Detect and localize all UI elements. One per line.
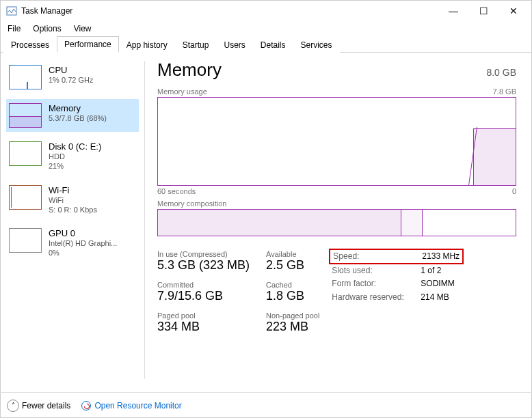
menubar: File Options View bbox=[1, 21, 531, 36]
disk-type: HDD bbox=[49, 152, 101, 161]
chevron-up-icon: ˄ bbox=[7, 400, 19, 412]
cached-label: Cached bbox=[266, 281, 319, 289]
disk-name: Disk 0 (C: E:) bbox=[49, 141, 101, 152]
usage-graph-max: 7.8 GB bbox=[493, 87, 516, 96]
sidebar-item-wifi[interactable]: Wi-Fi WiFi S: 0 R: 0 Kbps bbox=[6, 181, 139, 219]
nonpaged-value: 223 MB bbox=[266, 320, 319, 334]
tab-performance[interactable]: Performance bbox=[57, 36, 119, 53]
open-resource-monitor-link[interactable]: Open Resource Monitor bbox=[81, 401, 181, 410]
memory-usage-graph bbox=[157, 97, 516, 186]
titlebar: Task Manager — ☐ ✕ bbox=[1, 1, 531, 21]
cpu-name: CPU bbox=[49, 65, 93, 75]
gpu-thumb-icon bbox=[9, 228, 42, 253]
sidebar-item-memory[interactable]: Memory 5.3/7.8 GB (68%) bbox=[6, 99, 139, 132]
available-label: Available bbox=[266, 250, 319, 258]
wifi-thumb-icon bbox=[9, 185, 42, 210]
maximize-button[interactable]: ☐ bbox=[471, 5, 496, 16]
gpu-type: Intel(R) HD Graphi... bbox=[49, 238, 117, 248]
paged-label: Paged pool bbox=[157, 311, 250, 320]
reserved-value: 214 MB bbox=[421, 291, 449, 304]
tab-services[interactable]: Services bbox=[293, 37, 340, 53]
axis-right: 0 bbox=[512, 187, 516, 195]
memory-composition-bar bbox=[157, 209, 516, 236]
speed-value: 2133 MHz bbox=[422, 250, 460, 263]
sidebar-item-disk[interactable]: Disk 0 (C: E:) HDD 21% bbox=[6, 137, 139, 176]
wifi-rate: S: 0 R: 0 Kbps bbox=[49, 205, 97, 214]
page-title: Memory bbox=[157, 59, 222, 81]
tabs: Processes Performance App history Startu… bbox=[1, 36, 531, 53]
disk-pct: 21% bbox=[49, 161, 101, 171]
speed-row-highlight: Speed: 2133 MHz bbox=[329, 249, 464, 264]
memory-stats: In use (Compressed) 5.3 GB (323 MB) Avai… bbox=[157, 250, 319, 334]
form-value: SODIMM bbox=[421, 277, 454, 290]
inuse-label: In use (Compressed) bbox=[157, 250, 250, 258]
resource-monitor-icon bbox=[81, 401, 91, 410]
sidebar: CPU 1% 0.72 GHz Memory 5.3/7.8 GB (68%) … bbox=[1, 53, 144, 387]
gpu-pct: 0% bbox=[49, 248, 117, 257]
menu-options[interactable]: Options bbox=[33, 24, 61, 33]
menu-view[interactable]: View bbox=[74, 24, 92, 33]
wifi-name: Wi-Fi bbox=[49, 185, 97, 195]
tab-details[interactable]: Details bbox=[253, 37, 293, 53]
nonpaged-label: Non-paged pool bbox=[266, 311, 319, 320]
close-button[interactable]: ✕ bbox=[501, 5, 526, 16]
committed-label: Committed bbox=[157, 281, 250, 289]
sidebar-item-cpu[interactable]: CPU 1% 0.72 GHz bbox=[6, 61, 139, 94]
form-key: Form factor: bbox=[332, 277, 421, 290]
tab-startup[interactable]: Startup bbox=[175, 37, 217, 53]
tab-processes[interactable]: Processes bbox=[3, 37, 57, 53]
cached-value: 1.8 GB bbox=[266, 289, 319, 303]
memory-sub: 5.3/7.8 GB (68%) bbox=[49, 113, 107, 123]
menu-file[interactable]: File bbox=[8, 24, 21, 33]
slots-value: 1 of 2 bbox=[421, 264, 441, 277]
gpu-name: GPU 0 bbox=[49, 228, 117, 238]
reserved-key: Hardware reserved: bbox=[332, 291, 421, 304]
task-manager-icon bbox=[6, 5, 17, 16]
axis-left: 60 seconds bbox=[157, 187, 196, 195]
disk-thumb-icon bbox=[9, 141, 42, 166]
hardware-info: Speed: 2133 MHz Slots used: 1 of 2 Form … bbox=[332, 250, 461, 334]
cpu-thumb-icon bbox=[9, 65, 42, 89]
tab-users[interactable]: Users bbox=[216, 37, 252, 53]
inuse-value: 5.3 GB (323 MB) bbox=[157, 258, 250, 273]
slots-key: Slots used: bbox=[332, 264, 421, 277]
memory-capacity: 8.0 GB bbox=[486, 67, 516, 78]
memory-name: Memory bbox=[49, 103, 107, 113]
fewer-details-button[interactable]: ˄ Fewer details bbox=[7, 400, 70, 412]
wifi-type: WiFi bbox=[49, 195, 97, 205]
paged-value: 334 MB bbox=[157, 320, 250, 334]
speed-key: Speed: bbox=[333, 250, 422, 263]
composition-label: Memory composition bbox=[157, 199, 516, 208]
usage-graph-label: Memory usage bbox=[157, 87, 207, 96]
committed-value: 7.9/15.6 GB bbox=[157, 289, 250, 303]
minimize-button[interactable]: — bbox=[441, 5, 466, 16]
tab-app-history[interactable]: App history bbox=[119, 37, 175, 53]
memory-thumb-icon bbox=[9, 103, 42, 128]
footer: ˄ Fewer details Open Resource Monitor bbox=[0, 392, 532, 418]
available-value: 2.5 GB bbox=[266, 258, 319, 273]
main-panel: Memory 8.0 GB Memory usage 7.8 GB 60 sec… bbox=[145, 53, 531, 387]
window-title: Task Manager bbox=[21, 6, 72, 16]
sidebar-item-gpu[interactable]: GPU 0 Intel(R) HD Graphi... 0% bbox=[6, 224, 139, 262]
cpu-sub: 1% 0.72 GHz bbox=[49, 75, 93, 85]
